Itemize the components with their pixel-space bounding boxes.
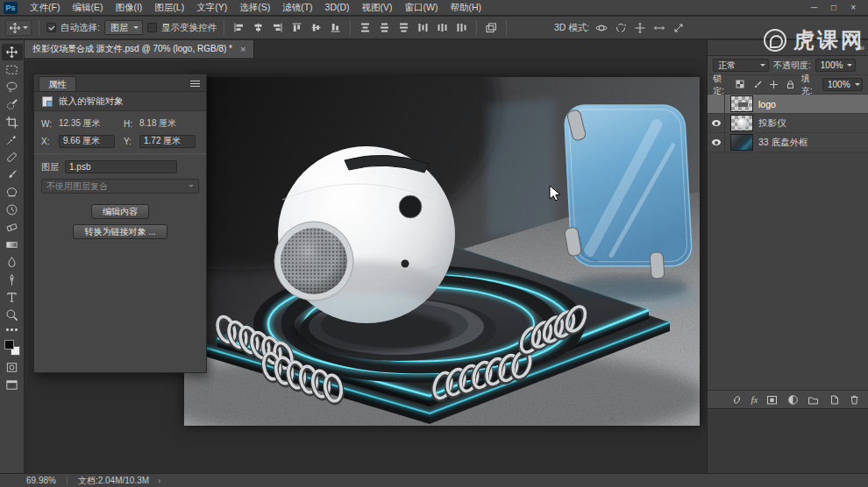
distribute-left-button[interactable] xyxy=(416,20,430,35)
layer-thumbnail[interactable] xyxy=(730,134,753,151)
tool-rectangular-marquee[interactable] xyxy=(2,61,23,78)
menu-item[interactable]: 编辑(E) xyxy=(66,2,109,14)
tool-type[interactable] xyxy=(2,289,23,306)
menu-item[interactable]: 窗口(W) xyxy=(399,2,445,14)
tool-history-brush[interactable] xyxy=(2,201,23,218)
tool-zoom[interactable] xyxy=(2,307,23,323)
layer-name[interactable]: logo xyxy=(758,99,776,109)
y-value-field[interactable]: 1.72 厘米 xyxy=(139,135,196,148)
tool-gradient[interactable] xyxy=(2,236,23,253)
menu-item[interactable]: 滤镜(T) xyxy=(276,2,318,14)
align-hcenter-button[interactable] xyxy=(251,20,266,35)
visibility-toggle[interactable] xyxy=(708,114,725,132)
delete-layer-icon[interactable] xyxy=(848,392,861,407)
tab-close-icon[interactable]: × xyxy=(240,44,245,54)
window-minimize-button[interactable]: ─ xyxy=(811,3,817,12)
layer-name[interactable]: 投影仪 xyxy=(758,117,786,130)
auto-select-target-dropdown[interactable]: 图层 xyxy=(104,20,143,35)
tool-preset-picker[interactable] xyxy=(5,20,32,36)
menu-item[interactable]: 帮助(H) xyxy=(445,2,488,14)
tool-eyedropper[interactable] xyxy=(2,131,23,148)
distribute-hcenter-button[interactable] xyxy=(435,20,450,35)
link-layers-icon[interactable] xyxy=(730,392,743,407)
foreground-color-swatch[interactable] xyxy=(4,340,14,349)
tool-quick-selection[interactable] xyxy=(2,96,23,113)
3d-scale-icon[interactable] xyxy=(671,20,686,35)
x-value-field[interactable]: 9.66 厘米 xyxy=(59,135,115,148)
screen-mode-button[interactable] xyxy=(2,377,23,393)
menu-item[interactable]: 视图(V) xyxy=(356,2,399,14)
status-popup-icon[interactable]: › xyxy=(158,476,160,485)
new-group-icon[interactable] xyxy=(807,392,820,407)
opacity-field[interactable]: 100% xyxy=(815,59,856,72)
quick-mask-button[interactable] xyxy=(2,359,23,376)
3d-slide-icon[interactable] xyxy=(651,20,666,35)
layer-row[interactable]: 投影仪 xyxy=(708,114,868,133)
layer-row[interactable]: 33 底盘外框 xyxy=(708,133,868,152)
tool-move[interactable] xyxy=(2,44,23,60)
menu-item[interactable]: 图像(I) xyxy=(109,2,148,14)
collapse-panels-icon[interactable]: »» xyxy=(857,43,863,53)
layer-comp-dropdown[interactable]: 不使用图层复合 xyxy=(41,179,199,194)
menu-item[interactable]: 3D(D) xyxy=(319,2,356,14)
layer-file-field[interactable]: 1.psb xyxy=(65,160,177,173)
convert-to-linked-button[interactable]: 转换为链接对象 ... xyxy=(73,224,167,239)
layer-thumbnail[interactable] xyxy=(730,95,753,112)
tool-pen[interactable] xyxy=(2,272,23,288)
layer-row[interactable]: logo xyxy=(708,95,868,114)
fill-field[interactable]: 100% xyxy=(822,78,863,91)
tool-crop[interactable] xyxy=(2,114,23,131)
auto-select-checkbox[interactable] xyxy=(46,23,56,32)
color-swatches[interactable] xyxy=(4,339,21,356)
new-layer-icon[interactable] xyxy=(828,392,841,407)
document-image[interactable] xyxy=(184,77,700,426)
visibility-toggle[interactable] xyxy=(708,133,725,152)
menu-item[interactable]: 文字(Y) xyxy=(190,2,233,14)
layer-thumbnail[interactable] xyxy=(730,115,753,131)
lock-transparency-icon[interactable] xyxy=(734,77,746,92)
tool-blur[interactable] xyxy=(2,254,23,271)
w-value[interactable]: 12.35 厘米 xyxy=(59,117,124,130)
3d-orbit-icon[interactable] xyxy=(594,20,608,35)
tool-eraser[interactable] xyxy=(2,219,23,236)
edit-content-button[interactable]: 编辑内容 xyxy=(91,204,149,219)
align-right-button[interactable] xyxy=(270,20,285,35)
align-left-button[interactable] xyxy=(231,20,246,35)
show-transform-checkbox[interactable] xyxy=(147,23,157,32)
layer-name[interactable]: 33 底盘外框 xyxy=(758,137,808,149)
document-tab[interactable]: 投影仪场景合成 源文件.psd @ 70% (logo, RGB/8) * × xyxy=(25,40,254,58)
tool-spot-healing[interactable] xyxy=(2,149,23,166)
3d-pan-icon[interactable] xyxy=(632,20,647,35)
layer-style-icon[interactable]: fx xyxy=(751,394,758,405)
window-close-button[interactable]: × xyxy=(850,3,856,12)
toolbox-overflow-icon[interactable] xyxy=(6,328,9,331)
align-top-button[interactable] xyxy=(289,20,304,35)
distribute-bottom-button[interactable] xyxy=(396,20,411,35)
menu-item[interactable]: 图层(L) xyxy=(148,2,190,14)
align-bottom-button[interactable] xyxy=(328,20,343,35)
align-vcenter-button[interactable] xyxy=(309,20,324,35)
lock-all-icon[interactable] xyxy=(785,77,797,92)
layer-mask-icon[interactable] xyxy=(765,392,779,407)
distribute-right-button[interactable] xyxy=(454,20,469,35)
auto-align-layers-button[interactable] xyxy=(484,20,499,35)
window-restore-button[interactable]: □ xyxy=(831,3,836,12)
lock-position-icon[interactable] xyxy=(768,77,780,92)
h-value[interactable]: 8.18 厘米 xyxy=(139,117,199,130)
menu-item[interactable]: 文件(F) xyxy=(24,2,66,14)
distribute-top-button[interactable] xyxy=(358,20,373,35)
menu-item[interactable]: 选择(S) xyxy=(233,2,276,14)
zoom-level[interactable]: 69.98% xyxy=(26,476,56,485)
blend-mode-dropdown[interactable]: 正常 xyxy=(713,59,769,72)
tab-properties[interactable]: 属性 xyxy=(39,76,76,91)
panel-menu-icon[interactable] xyxy=(189,80,201,88)
distribute-vcenter-button[interactable] xyxy=(377,20,392,35)
tool-brush[interactable] xyxy=(2,166,23,183)
visibility-toggle[interactable] xyxy=(708,95,725,113)
tool-clone-stamp[interactable] xyxy=(2,184,23,201)
tool-lasso[interactable] xyxy=(2,79,23,95)
3d-roll-icon[interactable] xyxy=(613,20,628,35)
adjustment-layer-icon[interactable] xyxy=(786,392,800,407)
layers-panel: 正常 不透明度: 100% 锁定: 填充: 100% xyxy=(708,56,868,408)
lock-pixels-icon[interactable] xyxy=(751,77,763,92)
